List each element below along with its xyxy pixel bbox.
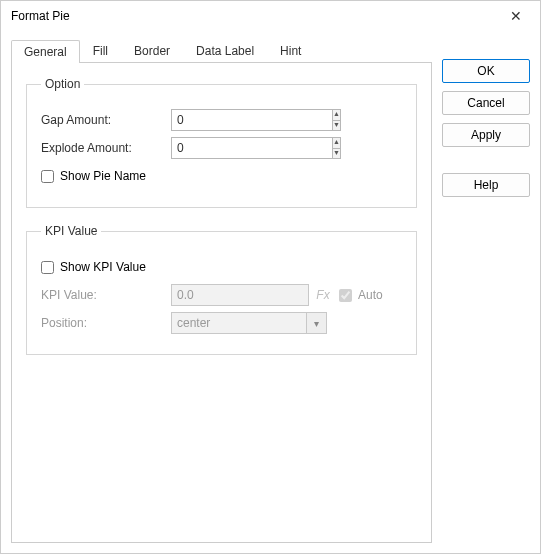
tab-data-label[interactable]: Data Label <box>183 39 267 62</box>
option-legend: Option <box>41 77 84 91</box>
titlebar: Format Pie ✕ <box>1 1 540 31</box>
explode-amount-down-icon[interactable]: ▼ <box>332 148 341 160</box>
position-label: Position: <box>41 316 171 330</box>
show-kpi-row: Show KPI Value <box>41 256 402 278</box>
explode-amount-up-icon[interactable]: ▲ <box>332 137 341 148</box>
dialog-body: General Fill Border Data Label Hint Opti… <box>1 31 540 553</box>
format-pie-dialog: Format Pie ✕ General Fill Border Data La… <box>0 0 541 554</box>
explode-amount-row: Explode Amount: ▲ ▼ <box>41 137 402 159</box>
tab-strip: General Fill Border Data Label Hint <box>11 39 432 62</box>
gap-amount-up-icon[interactable]: ▲ <box>332 109 341 120</box>
gap-amount-spinner: ▲ ▼ <box>171 109 275 131</box>
tab-border[interactable]: Border <box>121 39 183 62</box>
kpi-value-label: KPI Value: <box>41 288 171 302</box>
show-pie-name-label: Show Pie Name <box>60 169 146 183</box>
position-select[interactable]: ▾ <box>171 312 327 334</box>
explode-amount-label: Explode Amount: <box>41 141 171 155</box>
dialog-title: Format Pie <box>11 9 500 23</box>
kpi-legend: KPI Value <box>41 224 101 238</box>
show-kpi-label: Show KPI Value <box>60 260 146 274</box>
content-area: General Fill Border Data Label Hint Opti… <box>11 39 432 543</box>
ok-button[interactable]: OK <box>442 59 530 83</box>
close-icon[interactable]: ✕ <box>500 8 532 24</box>
tab-hint[interactable]: Hint <box>267 39 314 62</box>
tab-general[interactable]: General <box>11 40 80 63</box>
tab-panel-general: Option Gap Amount: ▲ ▼ Explode Amount: <box>11 62 432 543</box>
auto-label: Auto <box>358 288 383 302</box>
fx-icon[interactable]: Fx <box>313 288 333 302</box>
kpi-value-input[interactable] <box>171 284 309 306</box>
gap-amount-steppers: ▲ ▼ <box>332 109 341 131</box>
cancel-button[interactable]: Cancel <box>442 91 530 115</box>
kpi-group: KPI Value Show KPI Value KPI Value: Fx <box>26 224 417 355</box>
gap-amount-label: Gap Amount: <box>41 113 171 127</box>
button-column: OK Cancel Apply Help <box>442 39 530 543</box>
position-row: Position: ▾ <box>41 312 402 334</box>
kpi-value-row: KPI Value: Fx Auto <box>41 284 402 306</box>
button-spacer <box>442 155 530 165</box>
chevron-down-icon[interactable]: ▾ <box>306 313 326 333</box>
show-pie-name-row: Show Pie Name <box>41 165 402 187</box>
show-kpi-checkbox-wrap[interactable]: Show KPI Value <box>41 260 146 274</box>
gap-amount-down-icon[interactable]: ▼ <box>332 120 341 132</box>
auto-checkbox-wrap[interactable]: Auto <box>339 288 383 302</box>
tab-fill[interactable]: Fill <box>80 39 121 62</box>
explode-amount-spinner: ▲ ▼ <box>171 137 275 159</box>
show-pie-name-checkbox-wrap[interactable]: Show Pie Name <box>41 169 146 183</box>
show-kpi-checkbox[interactable] <box>41 261 54 274</box>
gap-amount-row: Gap Amount: ▲ ▼ <box>41 109 402 131</box>
position-input[interactable] <box>171 312 327 334</box>
help-button[interactable]: Help <box>442 173 530 197</box>
show-pie-name-checkbox[interactable] <box>41 170 54 183</box>
explode-amount-input[interactable] <box>171 137 332 159</box>
gap-amount-input[interactable] <box>171 109 332 131</box>
auto-checkbox[interactable] <box>339 289 352 302</box>
option-group: Option Gap Amount: ▲ ▼ Explode Amount: <box>26 77 417 208</box>
explode-amount-steppers: ▲ ▼ <box>332 137 341 159</box>
apply-button[interactable]: Apply <box>442 123 530 147</box>
